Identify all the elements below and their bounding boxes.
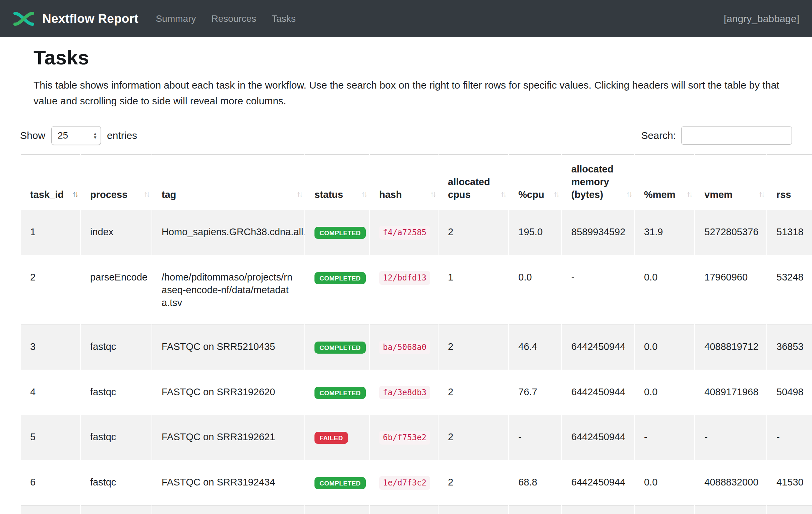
cell-hash: 1e/d7f3c2 <box>370 460 438 506</box>
cell-pcpu: 76.7 <box>509 370 561 415</box>
cell-task-id: 4 <box>21 370 80 415</box>
cell-hash: 12/bdfd13 <box>370 255 438 325</box>
sort-icon: ↑↓ <box>144 188 149 200</box>
hash-code: ba/5068a0 <box>379 341 430 354</box>
hash-code: 6b/f753e2 <box>379 431 430 444</box>
cell-hash: 6b/f753e2 <box>370 415 438 460</box>
nav-item-resources[interactable]: Resources <box>211 13 256 24</box>
cell-rss: 51318 <box>767 210 812 255</box>
column-header-label: process <box>90 189 127 200</box>
search-input[interactable] <box>681 127 792 144</box>
header-row: task_id ↑↓ process ↑↓ tag ↑↓ status ↑↓ h… <box>21 154 812 210</box>
cell-pcpu: 68.8 <box>509 460 561 506</box>
cell-hash: ba/5068a0 <box>370 325 438 370</box>
sort-icon: ↑↓ <box>626 188 631 200</box>
column-header-tag[interactable]: tag ↑↓ <box>152 154 304 210</box>
nav-item-summary[interactable]: Summary <box>156 13 196 24</box>
hash-code: 1e/d7f3c2 <box>379 476 430 490</box>
column-header-rss[interactable]: rss ↑↓ <box>767 154 812 210</box>
nav-item-tasks[interactable]: Tasks <box>271 13 296 24</box>
column-header-allocated-memory-bytes[interactable]: allocated memory (bytes) ↑↓ <box>562 154 634 210</box>
cell-allocated-memory: 8589934592 <box>562 210 634 255</box>
cell-allocated-cpus: 2 <box>438 210 508 255</box>
sort-icon: ↑↓ <box>759 188 764 200</box>
cell-rss: 41530 <box>767 460 812 506</box>
table-controls: Show 25 ▲ ▼ entries Search: <box>20 126 792 145</box>
column-header-label: allocated memory (bytes) <box>571 164 613 200</box>
cell-vmem: 4088832000 <box>695 460 766 506</box>
cell-pcpu: 46.4 <box>509 325 561 370</box>
cell-tag: FASTQC on SRR5210435 <box>152 325 304 370</box>
column-header-label: hash <box>379 189 402 200</box>
cell-process: fastqc <box>81 370 151 415</box>
cell-task-id: 2 <box>21 255 80 325</box>
cell-process: fastqc <box>81 460 151 506</box>
column-header-label: status <box>315 189 343 200</box>
cell-tag: FASTQC on SRR3192620 <box>152 370 304 415</box>
cell-process: fastqc <box>81 325 151 370</box>
show-label: Show <box>20 130 45 141</box>
main-content: Tasks This table shows information about… <box>0 46 812 514</box>
cell-process: parseEncode <box>81 255 151 325</box>
cell-pmem: 0.0 <box>635 370 694 415</box>
search-label: Search: <box>641 130 676 141</box>
hash-code: fa/3e8db3 <box>379 386 430 400</box>
sort-icon: ↑↓ <box>361 188 367 200</box>
cell-vmem: 4089171968 <box>695 370 766 415</box>
status-badge: COMPLETED <box>315 342 366 354</box>
column-header-allocated-cpus[interactable]: allocated cpus ↑↓ <box>438 154 508 210</box>
table-row: 7 fastqc FASTQC on SRR3192433 COMPLETED … <box>21 506 812 514</box>
tasks-table-wrap: task_id ↑↓ process ↑↓ tag ↑↓ status ↑↓ h… <box>20 154 792 514</box>
status-badge: COMPLETED <box>315 272 366 284</box>
cell-rss: - <box>767 415 812 460</box>
cell-pcpu: - <box>509 415 561 460</box>
sort-icon: ↑↓ <box>297 188 302 200</box>
column-header-task-id[interactable]: task_id ↑↓ <box>21 154 80 210</box>
cell-pmem: - <box>635 415 694 460</box>
page-size-value: 25 <box>58 130 68 141</box>
table-row: 1 index Homo_sapiens.GRCh38.cdna.all.fa.… <box>21 210 812 255</box>
column-header-label: allocated cpus <box>448 177 490 200</box>
column-header-process[interactable]: process ↑↓ <box>81 154 151 210</box>
cell-tag: /home/pditommaso/projects/rnaseq-encode-… <box>152 255 304 325</box>
cell-allocated-cpus: 2 <box>438 506 508 514</box>
brand-title: Nextflow Report <box>42 12 139 26</box>
column-header-cpu[interactable]: %cpu ↑↓ <box>509 154 561 210</box>
status-badge: COMPLETED <box>315 387 366 399</box>
brand-link[interactable]: Nextflow Report <box>13 11 139 26</box>
cell-status: COMPLETED <box>305 506 369 514</box>
nextflow-logo-icon <box>13 11 35 26</box>
nav-links: SummaryResourcesTasks <box>156 13 296 24</box>
cell-vmem: 5272805376 <box>695 210 766 255</box>
cell-allocated-cpus: 2 <box>438 370 508 415</box>
sort-icon: ↑↓ <box>687 188 692 200</box>
cell-task-id: 6 <box>21 460 80 506</box>
column-header-label: rss <box>777 189 791 200</box>
cell-tag: Homo_sapiens.GRCh38.cdna.all.fa.gz <box>152 210 304 255</box>
column-header-mem[interactable]: %mem ↑↓ <box>635 154 694 210</box>
status-badge: COMPLETED <box>315 477 366 489</box>
cell-pcpu: 195.0 <box>509 210 561 255</box>
cell-tag: FASTQC on SRR3192433 <box>152 506 304 514</box>
cell-task-id: 5 <box>21 415 80 460</box>
cell-pmem: 0.0 <box>635 325 694 370</box>
table-row: 2 parseEncode /home/pditommaso/projects/… <box>21 255 812 325</box>
cell-hash: 5e/4886ef <box>370 506 438 514</box>
status-badge: COMPLETED <box>315 227 366 239</box>
cell-status: COMPLETED <box>305 325 369 370</box>
column-header-hash[interactable]: hash ↑↓ <box>370 154 438 210</box>
cell-rss: 38431 <box>767 506 812 514</box>
cell-hash: fa/3e8db3 <box>370 370 438 415</box>
run-name: [angry_babbage] <box>724 13 799 25</box>
column-header-status[interactable]: status ↑↓ <box>305 154 369 210</box>
cell-tag: FASTQC on SRR3192621 <box>152 415 304 460</box>
page-size-group: Show 25 ▲ ▼ entries <box>20 126 137 145</box>
cell-allocated-memory: 6442450944 <box>562 460 634 506</box>
page-size-select[interactable]: 25 ▲ ▼ <box>51 126 101 145</box>
page-description: This table shows information about each … <box>33 77 781 109</box>
cell-task-id: 3 <box>21 325 80 370</box>
cell-status: COMPLETED <box>305 255 369 325</box>
column-header-vmem[interactable]: vmem ↑↓ <box>695 154 766 210</box>
select-caret-icon: ▲ ▼ <box>93 132 97 139</box>
table-row: 3 fastqc FASTQC on SRR5210435 COMPLETED … <box>21 325 812 370</box>
